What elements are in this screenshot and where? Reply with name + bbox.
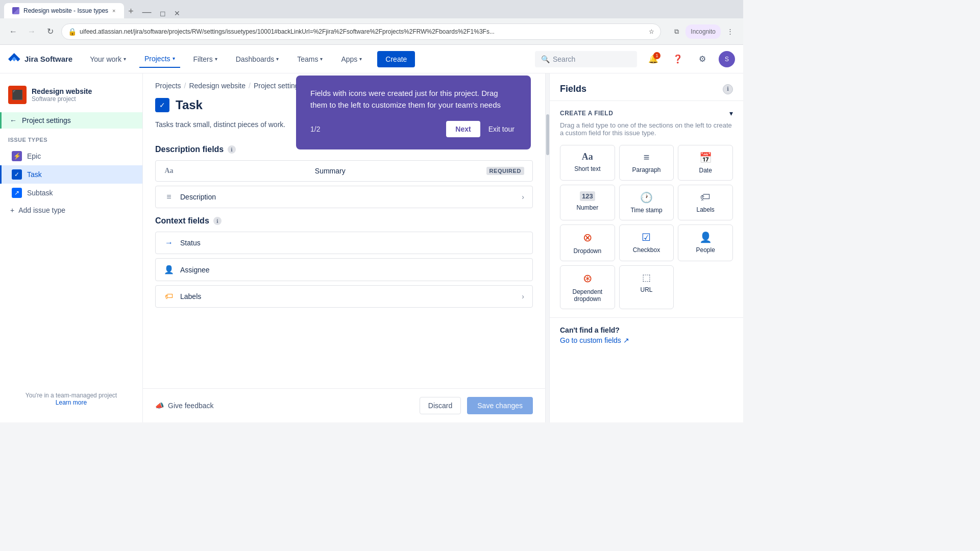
nav-teams[interactable]: Teams ▾: [292, 51, 328, 67]
browser-chrome: Redesign website - Issue types × + — ◻ ✕…: [0, 0, 743, 45]
project-details: Redesign website Software project: [32, 87, 92, 103]
field-type-checkbox[interactable]: ☑ Checkbox: [619, 224, 674, 261]
learn-more-link[interactable]: Learn more: [56, 399, 87, 406]
content-scrollbar[interactable]: [545, 73, 549, 422]
field-type-short-text[interactable]: Aa Short text: [560, 145, 615, 181]
context-fields-info-icon[interactable]: ℹ: [213, 217, 222, 225]
tab-close-button[interactable]: ×: [112, 8, 115, 14]
sidebar-item-subtask[interactable]: ↗ Subtask: [0, 184, 142, 202]
nav-your-work[interactable]: Your work ▾: [85, 51, 131, 67]
incognito-label: Incognito: [691, 28, 716, 35]
custom-fields-link[interactable]: Go to custom fields ↗: [560, 336, 733, 344]
create-button[interactable]: Create: [377, 51, 415, 67]
bottom-bar: 📣 Give feedback Discard Save changes: [143, 388, 545, 422]
nav-filters[interactable]: Filters ▾: [188, 51, 223, 67]
breadcrumb-redesign[interactable]: Redesign website: [189, 82, 246, 90]
nav-logo[interactable]: Jira Software: [8, 53, 72, 65]
window-close[interactable]: ✕: [170, 9, 184, 17]
fields-panel-info-icon[interactable]: ℹ: [723, 84, 733, 94]
short-text-label: Short text: [574, 165, 600, 172]
browser-controls: ← → ↻ 🔒 uifeed.atlassian.net/jira/softwa…: [0, 18, 743, 45]
sidebar-item-task[interactable]: ✓ Task: [0, 165, 142, 184]
sidebar-item-epic[interactable]: ⚡ Epic: [0, 147, 142, 165]
breadcrumb-sep-1: /: [184, 82, 186, 90]
labels-field-arrow: ›: [522, 292, 524, 300]
window-minimize[interactable]: —: [138, 7, 156, 17]
field-type-paragraph[interactable]: ≡ Paragraph: [619, 145, 674, 181]
required-badge: REQUIRED: [486, 167, 524, 175]
description-field-name: Description: [180, 193, 216, 201]
settings-button[interactable]: ⚙: [694, 51, 710, 67]
fields-section: Description fields ℹ Aa Summary REQUIRED…: [143, 137, 545, 388]
add-issue-type-button[interactable]: + Add issue type: [0, 202, 142, 218]
paragraph-icon: ≡: [644, 152, 650, 163]
extensions-button[interactable]: ⧉: [669, 24, 683, 39]
search-icon: 🔍: [541, 55, 550, 63]
nav-apps[interactable]: Apps ▾: [336, 51, 367, 67]
window-restore[interactable]: ◻: [156, 9, 170, 17]
field-type-url[interactable]: ⬚ URL: [619, 265, 674, 309]
description-field-arrow: ›: [522, 193, 524, 201]
discard-button[interactable]: Discard: [420, 397, 461, 414]
dashboards-chevron: ▾: [276, 56, 279, 62]
tooltip-next-button[interactable]: Next: [446, 121, 480, 137]
browser-tab-active[interactable]: Redesign website - Issue types ×: [4, 3, 124, 18]
nav-dashboards[interactable]: Dashboards ▾: [231, 51, 284, 67]
labels-type-icon: 🏷: [700, 191, 710, 203]
user-initials: S: [725, 56, 729, 63]
back-button[interactable]: ←: [6, 24, 20, 39]
nav-projects[interactable]: Projects ▾: [139, 51, 180, 68]
dependent-dropdown-label: Dependent dropdown: [565, 288, 610, 303]
labels-field-icon: 🏷: [164, 292, 174, 301]
project-settings-label: Project settings: [22, 116, 71, 124]
field-type-time-stamp[interactable]: 🕐 Time stamp: [619, 185, 674, 220]
forward-button[interactable]: →: [24, 24, 39, 39]
create-field-section: CREATE A FIELD ▾ Drag a field type to on…: [550, 101, 743, 318]
project-icon: ⬛: [8, 86, 27, 104]
jira-logo-icon: [8, 53, 20, 65]
tooltip-footer: 1/2 Next Exit tour: [310, 121, 517, 137]
number-label: Number: [576, 204, 598, 211]
field-type-dropdown[interactable]: ⊗ Dropdown: [560, 224, 615, 261]
status-field-icon: →: [164, 238, 174, 247]
create-field-label: CREATE A FIELD: [560, 110, 613, 117]
save-changes-button[interactable]: Save changes: [467, 397, 533, 414]
subtask-label: Subtask: [27, 189, 53, 197]
subtask-icon: ↗: [12, 188, 22, 198]
feedback-label: Give feedback: [168, 402, 214, 410]
field-type-dependent-dropdown[interactable]: ⊛ Dependent dropdown: [560, 265, 615, 309]
notifications-button[interactable]: 🔔 1: [645, 51, 662, 67]
field-type-number[interactable]: 123 Number: [560, 185, 615, 220]
sidebar-item-project-settings[interactable]: ← Project settings: [0, 112, 142, 129]
profile-button[interactable]: Incognito: [685, 24, 721, 39]
address-bar[interactable]: 🔒 uifeed.atlassian.net/jira/software/pro…: [61, 23, 661, 40]
description-fields-info-icon[interactable]: ℹ: [228, 145, 236, 154]
refresh-button[interactable]: ↻: [43, 24, 57, 39]
checkbox-icon: ☑: [642, 231, 651, 243]
help-button[interactable]: ❓: [670, 51, 686, 67]
dropdown-label: Dropdown: [573, 247, 601, 255]
field-type-labels[interactable]: 🏷 Labels: [678, 185, 733, 220]
breadcrumb-projects[interactable]: Projects: [155, 82, 181, 90]
right-panel: Fields ℹ CREATE A FIELD ▾ Drag a field t…: [549, 73, 743, 422]
create-field-header[interactable]: CREATE A FIELD ▾: [560, 109, 733, 117]
user-avatar[interactable]: S: [719, 51, 735, 67]
feedback-button[interactable]: 📣 Give feedback: [155, 402, 214, 410]
external-link-icon: ↗: [623, 336, 629, 344]
url-text: uifeed.atlassian.net/jira/software/proje…: [80, 28, 646, 35]
field-type-people[interactable]: 👤 People: [678, 224, 733, 261]
field-type-date[interactable]: 📅 Date: [678, 145, 733, 181]
breadcrumb-sep-2: /: [249, 82, 251, 90]
tooltip-text: Fields with icons were created just for …: [310, 88, 517, 111]
menu-button[interactable]: ⋮: [723, 24, 737, 39]
checkbox-label: Checkbox: [633, 246, 660, 254]
breadcrumb-project-settings[interactable]: Project settings: [254, 82, 303, 90]
bookmark-icon[interactable]: ☆: [649, 28, 654, 35]
people-label: People: [696, 246, 715, 254]
tooltip-exit-button[interactable]: Exit tour: [486, 121, 517, 137]
footer-note: You're in a team-managed project: [8, 392, 134, 399]
new-tab-button[interactable]: +: [124, 4, 138, 18]
description-fields-title: Description fields: [155, 145, 224, 154]
search-bar[interactable]: 🔍 Search: [535, 51, 637, 67]
tooltip-overlay: Fields with icons were created just for …: [296, 76, 531, 149]
